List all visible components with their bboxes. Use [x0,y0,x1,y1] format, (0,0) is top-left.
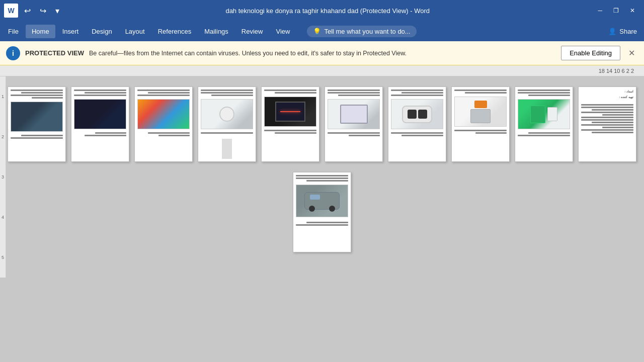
title-bar-left: W ↩ ↪ ▾ [4,4,62,18]
share-button[interactable]: 👤 Share [603,26,642,37]
page-thumb-6[interactable] [325,86,383,162]
ruler-bar: 18 14 10 6 2 2 [0,65,644,76]
page-9-image [518,99,570,129]
page-thumbnails-row: استاد : تهیه کننده : [8,86,636,162]
page-11-image [296,185,348,217]
share-label: Share [619,28,637,35]
page-6-image [328,99,380,129]
menu-file[interactable]: File [2,25,25,38]
page-thumb-2[interactable] [71,86,129,162]
close-banner-button[interactable]: ✕ [625,47,638,59]
page-thumb-5[interactable] [261,86,319,162]
title-bar: W ↩ ↪ ▾ dah teknologi ke donya ra taghir… [0,0,644,21]
protected-view-banner: i PROTECTED VIEW Be careful—files from t… [0,41,644,65]
page-thumb-3[interactable] [134,86,193,162]
restore-button[interactable]: ❐ [608,0,624,21]
lightbulb-icon: 💡 [313,28,321,35]
menu-bar: File Home Insert Design Layout Reference… [0,21,644,41]
left-ruler: 1 2 3 4 5 [0,76,6,278]
protected-view-message: Be careful—files from the Internet can c… [89,50,556,57]
menu-home[interactable]: Home [26,25,55,38]
page-5-image [264,97,316,127]
ruler-numbers: 18 14 10 6 2 2 [599,68,634,74]
document-title: dah teknologi ke donya ra taghir khahand… [62,7,593,15]
page-thumb-8[interactable] [451,86,510,162]
protected-view-icon: i [6,46,20,60]
window-controls: ─ ❐ ✕ [593,0,640,21]
page-thumb-7[interactable] [388,86,446,162]
undo-button[interactable]: ↩ [21,4,34,18]
page-8-image [454,97,507,127]
menu-view[interactable]: View [270,25,296,38]
page-thumb-4[interactable] [198,86,256,162]
page-thumbnails-row-2 [293,172,351,252]
page-1-image [11,102,63,132]
page-3-image [137,99,190,129]
page-2-image [74,99,126,129]
page-thumb-9[interactable] [515,86,573,162]
menu-design[interactable]: Design [86,25,118,38]
enable-editing-button[interactable]: Enable Editing [561,46,620,60]
page-thumb-10[interactable]: استاد : تهیه کننده : [578,86,636,162]
menu-mailings[interactable]: Mailings [198,25,234,38]
document-area: استاد : تهیه کننده : [0,76,644,362]
menu-layout[interactable]: Layout [119,25,151,38]
page-4-image [201,99,253,129]
tell-me-text: Tell me what you want to do... [324,28,410,35]
tell-me-input[interactable]: 💡 Tell me what you want to do... [307,26,416,37]
minimize-button[interactable]: ─ [593,0,607,21]
protected-view-label: PROTECTED VIEW [25,49,84,57]
share-icon: 👤 [608,28,616,35]
menu-references[interactable]: References [152,25,197,38]
redo-button[interactable]: ↪ [37,4,49,18]
page-thumb-1[interactable] [8,86,66,162]
quick-access-customize[interactable]: ▾ [52,4,62,18]
page-7-image [391,99,443,129]
word-icon: W [4,4,18,18]
page-thumb-11[interactable] [293,172,351,252]
menu-insert[interactable]: Insert [56,25,85,38]
menu-review[interactable]: Review [235,25,269,38]
close-button[interactable]: ✕ [625,0,640,21]
